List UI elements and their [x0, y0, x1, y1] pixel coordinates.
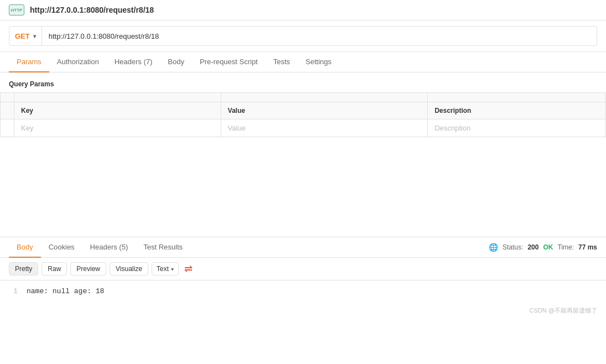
query-params-title: Query Params	[0, 72, 606, 92]
format-type-label: Text	[157, 265, 169, 273]
code-area: 1name: null age: 18	[0, 280, 606, 302]
empty-space	[0, 137, 606, 237]
request-tab-params[interactable]: Params	[9, 52, 49, 72]
format-bar: PrettyRawPreviewVisualizeText▾⇌	[0, 258, 606, 280]
format-dropdown-chevron: ▾	[171, 266, 174, 272]
request-tab-authorization[interactable]: Authorization	[49, 52, 107, 72]
table-row: Key Value Description	[1, 119, 606, 137]
title-bar: HTTP http://127.0.0.1:8080/request/r8/18	[0, 0, 606, 20]
table-header-check	[1, 93, 14, 102]
response-section: BodyCookiesHeaders (5)Test Results 🌐 Sta…	[0, 237, 606, 319]
response-tabs-bar: BodyCookiesHeaders (5)Test Results 🌐 Sta…	[0, 237, 606, 258]
table-header-value	[221, 93, 428, 102]
wrap-icon[interactable]: ⇌	[184, 263, 193, 275]
response-status-area: 🌐 Status: 200 OK Time: 77 ms	[489, 243, 597, 252]
request-tab-pre-request-script[interactable]: Pre-request Script	[192, 52, 266, 72]
response-tab-cookies[interactable]: Cookies	[41, 237, 82, 258]
row-value-cell[interactable]: Value	[221, 119, 428, 137]
format-btn-preview[interactable]: Preview	[70, 262, 106, 275]
request-tab-body[interactable]: Body	[160, 52, 192, 72]
params-table: Key Value Description Key Value Descript…	[0, 92, 606, 137]
response-tab-headers--5-[interactable]: Headers (5)	[82, 237, 136, 258]
row-key-cell[interactable]: Key	[14, 119, 221, 137]
response-tab-test-results[interactable]: Test Results	[136, 237, 190, 258]
table-header-key	[14, 93, 221, 102]
request-tab-tests[interactable]: Tests	[266, 52, 298, 72]
request-tab-headers--7-[interactable]: Headers (7)	[107, 52, 160, 72]
line-number: 1	[9, 287, 18, 295]
url-bar: GET ▾	[0, 20, 606, 52]
method-label: GET	[15, 32, 30, 40]
page-title: http://127.0.0.1:8080/request/r8/18	[30, 6, 154, 14]
table-col-check	[1, 102, 14, 119]
watermark: CSDN @不能再留遗憾了	[0, 302, 606, 319]
method-chevron-icon: ▾	[33, 33, 36, 39]
format-btn-visualize[interactable]: Visualize	[110, 262, 148, 275]
status-label: Status:	[503, 243, 523, 251]
http-icon: HTTP	[9, 4, 24, 15]
globe-icon: 🌐	[489, 243, 498, 252]
row-checkbox	[1, 119, 14, 137]
response-tab-body[interactable]: Body	[9, 237, 41, 258]
format-btn-pretty[interactable]: Pretty	[9, 262, 38, 275]
table-col-key: Key	[14, 102, 221, 119]
table-col-value: Value	[221, 102, 428, 119]
url-input[interactable]	[42, 26, 597, 46]
code-line: 1name: null age: 18	[9, 287, 597, 295]
method-select[interactable]: GET ▾	[9, 26, 42, 46]
status-code: 200	[527, 243, 538, 251]
request-tab-settings[interactable]: Settings	[298, 52, 339, 72]
table-header-desc	[428, 93, 606, 102]
format-btn-raw[interactable]: Raw	[42, 262, 67, 275]
line-content: name: null age: 18	[27, 287, 104, 295]
row-desc-cell[interactable]: Description	[428, 119, 606, 137]
time-value: 77 ms	[578, 243, 597, 251]
request-tabs-bar: ParamsAuthorizationHeaders (7)BodyPre-re…	[0, 52, 606, 72]
table-col-desc: Description	[428, 102, 606, 119]
status-ok-text: OK	[543, 243, 553, 251]
time-label: Time:	[557, 243, 574, 251]
format-type-dropdown[interactable]: Text▾	[152, 262, 179, 275]
